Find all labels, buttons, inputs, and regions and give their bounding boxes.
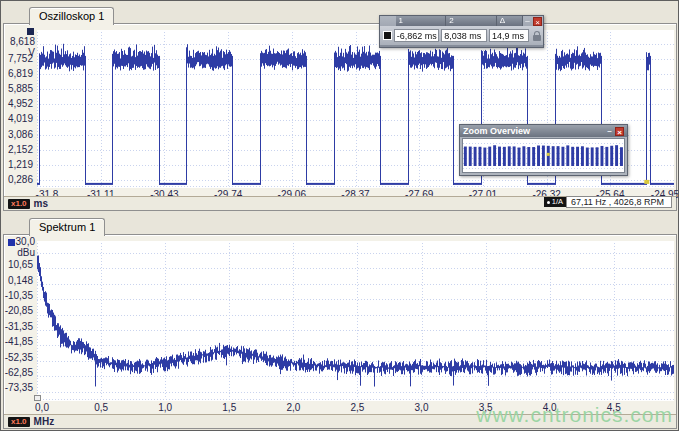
x-tick-label: 1,0: [158, 402, 172, 413]
spectrum-y-axis-labels: 10,650,148-10,35-20,85-31,35-41,85-52,35…: [4, 241, 34, 401]
measurement-col2-header: 2: [446, 16, 497, 26]
y-tick-label: -52,35: [5, 352, 33, 363]
spectrum-x-unit: MHz: [34, 416, 55, 427]
y-tick-label: -10,35: [5, 290, 33, 301]
y-tick-label: -20,85: [5, 305, 33, 316]
spectrum-plot[interactable]: [37, 241, 674, 401]
tab-oszilloskop[interactable]: Oszilloskop 1: [29, 7, 114, 25]
x-tick-label: 2,0: [286, 402, 300, 413]
y-tick-label: 10,65: [8, 259, 33, 270]
y-tick-label: 4,019: [8, 113, 33, 124]
zoom-overview-titlebar[interactable]: Zoom Overview – ×: [460, 125, 627, 137]
zoom-overview-plot[interactable]: [463, 139, 624, 172]
x-tick-label: 3,0: [415, 402, 429, 413]
scope-x-unit: ms: [34, 198, 48, 209]
y-tick-label: -41,85: [5, 336, 33, 347]
measurement-values-row: -6,862 ms 8,038 ms 14,9 ms: [380, 26, 543, 45]
zoom-close-button[interactable]: ×: [615, 127, 624, 136]
measurement-toolbar[interactable]: 1 2 Δ – × -6,862 ms 8,038 ms 14,9 ms: [379, 15, 544, 48]
spectrum-scale-badge[interactable]: x1.0: [8, 417, 30, 427]
spectrum-panel: Spektrum 1 30,0 dBu 10,650,148-10,35-20,…: [3, 218, 677, 429]
y-tick-label: 2,152: [8, 144, 33, 155]
cursor1-value-field[interactable]: -6,862 ms: [394, 29, 440, 42]
y-tick-label: 0,286: [8, 174, 33, 185]
tab-oszilloskop-label: Oszilloskop 1: [39, 10, 104, 22]
delta-value-field[interactable]: 14,9 ms: [489, 29, 529, 42]
y-tick-label: 5,885: [8, 83, 33, 94]
measurement-grip: [380, 16, 396, 26]
x-tick-label: 0,0: [35, 402, 49, 413]
measurement-delta-header: Δ: [497, 16, 523, 26]
y-tick-label: 0,148: [8, 275, 33, 286]
spectrum-body: 30,0 dBu 10,650,148-10,35-20,85-31,35-41…: [3, 234, 677, 429]
measurement-color-swatch[interactable]: [381, 31, 394, 40]
y-tick-label: -73,35: [5, 382, 33, 393]
app-window: { "colors":{"trace":"#2e3ca5","grid":"#c…: [0, 0, 679, 431]
scope-y-axis-labels: 7,7526,8195,8854,9524,0193,0862,1521,219…: [4, 30, 34, 188]
watermark: www.cntronics.com: [476, 403, 673, 427]
y-tick-label: -62,85: [5, 367, 33, 378]
measurement-col1-header: 1: [396, 16, 447, 26]
minimize-button[interactable]: –: [523, 17, 532, 25]
trigger-status: 1/A 67,11 Hz , 4026,8 RPM: [544, 196, 672, 208]
oscilloscope-panel: Oszilloskop 1 8,618 V 7,7526,8195,8854,9…: [3, 7, 677, 211]
tab-spektrum[interactable]: Spektrum 1: [29, 218, 105, 236]
y-tick-label: 1,219: [8, 159, 33, 170]
spectrum-origin-marker: [34, 395, 41, 401]
y-tick-label: 4,952: [8, 98, 33, 109]
trigger-status-text: 67,11 Hz , 4026,8 RPM: [566, 196, 672, 208]
measurement-toolbar-header: 1 2 Δ – ×: [380, 16, 543, 26]
trigger-dot-icon: [547, 201, 550, 204]
y-tick-label: -31,35: [5, 321, 33, 332]
oscilloscope-body: 8,618 V 7,7526,8195,8854,9524,0193,0862,…: [3, 23, 677, 211]
zoom-minimize-button[interactable]: –: [605, 127, 614, 135]
y-tick-label: 6,819: [8, 68, 33, 79]
trigger-channel-label: 1/A: [552, 197, 563, 207]
lock-icon: [533, 35, 541, 41]
lock-toggle[interactable]: [531, 31, 542, 41]
x-tick-label: 0,5: [94, 402, 108, 413]
zoom-overview-content: [462, 138, 625, 173]
trigger-status-badge: 1/A: [544, 197, 566, 207]
tab-spektrum-label: Spektrum 1: [39, 221, 95, 233]
y-tick-label: 3,086: [8, 129, 33, 140]
zoom-overview-title: Zoom Overview: [463, 126, 605, 136]
scope-bottom-strip: x1.0 ms 1/A 67,11 Hz , 4026,8 RPM: [4, 196, 676, 210]
y-tick-label: 7,752: [8, 53, 33, 64]
cursor2-value-field[interactable]: 8,038 ms: [441, 29, 487, 42]
x-tick-label: 1,5: [222, 402, 236, 413]
zoom-overview-window[interactable]: Zoom Overview – ×: [459, 124, 628, 176]
scope-scale-badge[interactable]: x1.0: [8, 199, 30, 209]
close-button[interactable]: ×: [533, 17, 542, 26]
x-tick-label: 2,5: [350, 402, 364, 413]
swatch-icon: [383, 31, 392, 40]
